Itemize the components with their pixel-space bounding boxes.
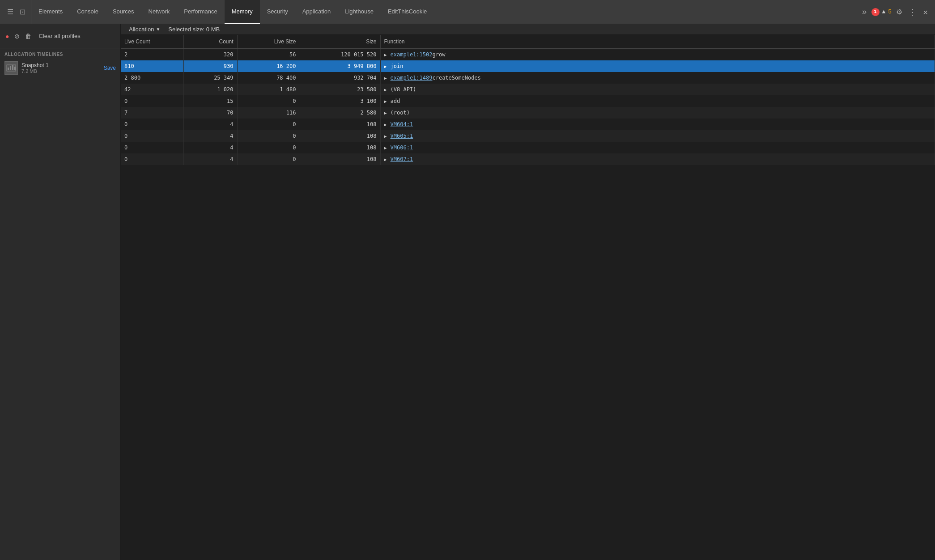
cell-live-size: 16 200 <box>237 60 300 72</box>
dropdown-arrow-icon: ▼ <box>156 27 160 32</box>
tab-application[interactable]: Application <box>295 0 338 24</box>
cell-count: 15 <box>183 95 237 107</box>
cell-size: 108 <box>300 153 380 165</box>
dropdown-label: Allocation <box>129 26 154 33</box>
cell-count: 1 020 <box>183 84 237 95</box>
tab-lighthouse[interactable]: Lighthouse <box>338 0 381 24</box>
function-link[interactable]: VM604:1 <box>391 121 413 127</box>
svg-rect-1 <box>8 68 9 70</box>
function-text: add <box>391 98 400 104</box>
tab-sources[interactable]: Sources <box>106 0 141 24</box>
allocation-table: Live Count Count Live Size Size Function… <box>121 35 935 165</box>
delete-button[interactable]: 🗑 <box>23 31 33 42</box>
warn-count-badge: 5 <box>888 8 892 15</box>
cell-count: 25 349 <box>183 72 237 84</box>
close-devtools-button[interactable]: ✕ <box>921 7 930 17</box>
cell-live-count: 0 <box>121 130 183 142</box>
function-link[interactable]: VM606:1 <box>391 144 413 151</box>
profile-item-snapshot1[interactable]: Snapshot 1 7.2 MB Save <box>0 59 120 77</box>
function-suffix: grow <box>432 51 445 58</box>
function-link[interactable]: example1:1502 <box>391 51 433 58</box>
cell-function: ▶ VM607:1 <box>380 153 935 165</box>
function-link[interactable]: VM605:1 <box>391 133 413 139</box>
selected-size-label: Selected size: 0 MB <box>168 26 220 33</box>
cell-count: 4 <box>183 142 237 153</box>
expand-arrow-icon[interactable]: ▶ <box>384 99 390 104</box>
table-row[interactable]: 421 0201 48023 580▶ (V8 API) <box>121 84 935 95</box>
svg-rect-4 <box>14 67 16 70</box>
cell-count: 930 <box>183 60 237 72</box>
sidebar-actions: ● ⊘ 🗑 <box>4 31 33 42</box>
expand-arrow-icon[interactable]: ▶ <box>384 110 390 115</box>
function-link[interactable]: VM607:1 <box>391 156 413 162</box>
tab-console[interactable]: Console <box>70 0 106 24</box>
function-text: join <box>391 63 404 69</box>
cell-count: 320 <box>183 49 237 61</box>
cell-function: ▶ example1:1489createSomeNodes <box>380 72 935 84</box>
tab-security[interactable]: Security <box>260 0 295 24</box>
content-area: Allocation ▼ Selected size: 0 MB Live Co… <box>121 24 935 560</box>
expand-arrow-icon[interactable]: ▶ <box>384 52 390 57</box>
function-text: (root) <box>391 110 410 116</box>
expand-arrow-icon[interactable]: ▶ <box>384 134 390 139</box>
tab-elements[interactable]: Elements <box>31 0 70 24</box>
expand-arrow-icon[interactable]: ▶ <box>384 122 390 127</box>
table-row[interactable]: 2 80025 34978 400932 704▶ example1:1489c… <box>121 72 935 84</box>
cell-count: 4 <box>183 130 237 142</box>
function-link[interactable]: example1:1489 <box>391 75 433 81</box>
more-options-button[interactable]: ⋮ <box>907 7 918 17</box>
function-suffix: createSomeNodes <box>432 75 480 81</box>
table-row[interactable]: 01503 100▶ add <box>121 95 935 107</box>
tab-editthiscookie[interactable]: EditThisCookie <box>381 0 434 24</box>
cell-size: 3 100 <box>300 95 380 107</box>
tab-bar: ☰ ⊡ Elements Console Sources Network Per… <box>0 0 935 24</box>
more-tabs-button[interactable]: » <box>860 8 869 17</box>
tab-bar-right: » 1 ▲ 5 ⚙ ⋮ ✕ <box>860 6 933 18</box>
cell-count: 4 <box>183 119 237 130</box>
cell-live-count: 42 <box>121 84 183 95</box>
tab-network[interactable]: Network <box>141 0 177 24</box>
cell-live-count: 0 <box>121 153 183 165</box>
svg-rect-2 <box>10 66 11 70</box>
record-button[interactable]: ● <box>4 31 11 42</box>
col-count: Count <box>183 35 237 49</box>
cell-function: ▶ example1:1502grow <box>380 49 935 61</box>
settings-button[interactable]: ⚙ <box>894 6 904 18</box>
device-toolbar-button[interactable]: ⊡ <box>18 6 27 18</box>
main-layout: ● ⊘ 🗑 Clear all profiles ALLOCATION TIME… <box>0 24 935 560</box>
cell-live-count: 2 800 <box>121 72 183 84</box>
function-text: (V8 API) <box>391 86 416 93</box>
expand-arrow-icon[interactable]: ▶ <box>384 87 390 92</box>
profile-save-button[interactable]: Save <box>104 65 116 71</box>
tab-memory[interactable]: Memory <box>225 0 260 24</box>
table-row[interactable]: 7701162 580▶ (root) <box>121 107 935 119</box>
table-row[interactable]: 040108▶ VM605:1 <box>121 130 935 142</box>
cell-function: ▶ join <box>380 60 935 72</box>
profile-icon <box>4 61 18 75</box>
allocation-dropdown[interactable]: Allocation ▼ <box>126 24 163 34</box>
cell-function: ▶ add <box>380 95 935 107</box>
error-count-badge: 1 <box>871 8 880 16</box>
table-row[interactable]: 81093016 2003 949 800▶ join <box>121 60 935 72</box>
table-row[interactable]: 040108▶ VM607:1 <box>121 153 935 165</box>
cell-live-count: 0 <box>121 119 183 130</box>
table-row[interactable]: 040108▶ VM606:1 <box>121 142 935 153</box>
expand-arrow-icon[interactable]: ▶ <box>384 157 390 162</box>
table-row[interactable]: 232056120 015 520▶ example1:1502grow <box>121 49 935 61</box>
stop-button[interactable]: ⊘ <box>13 31 21 42</box>
cell-size: 108 <box>300 130 380 142</box>
cell-live-size: 78 400 <box>237 72 300 84</box>
clear-all-profiles-button[interactable]: Clear all profiles <box>36 31 83 41</box>
tab-performance[interactable]: Performance <box>177 0 224 24</box>
cell-live-size: 0 <box>237 153 300 165</box>
expand-arrow-icon[interactable]: ▶ <box>384 76 390 81</box>
expand-arrow-icon[interactable]: ▶ <box>384 64 390 69</box>
cell-function: ▶ VM605:1 <box>380 130 935 142</box>
table-row[interactable]: 040108▶ VM604:1 <box>121 119 935 130</box>
expand-arrow-icon[interactable]: ▶ <box>384 145 390 150</box>
cell-live-count: 2 <box>121 49 183 61</box>
cell-live-count: 0 <box>121 142 183 153</box>
toggle-drawer-button[interactable]: ☰ <box>5 6 15 18</box>
col-live-count: Live Count <box>121 35 183 49</box>
cell-function: ▶ (V8 API) <box>380 84 935 95</box>
